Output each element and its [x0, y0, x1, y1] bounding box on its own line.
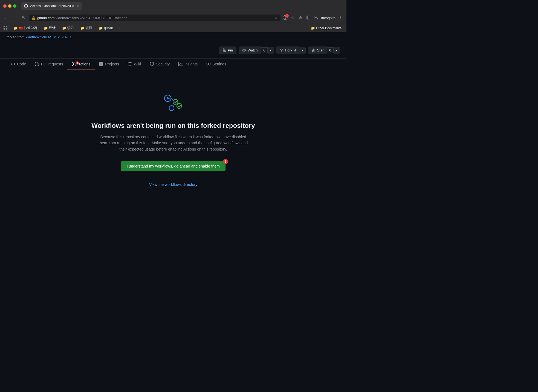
maximize-window-button[interactable] [13, 4, 16, 8]
svg-point-16 [173, 99, 178, 104]
tab-settings[interactable]: Settings [202, 59, 231, 70]
star-button[interactable]: Star [308, 47, 327, 54]
github-favicon-icon [24, 4, 28, 8]
actions-workflow-icon [162, 92, 184, 115]
watch-dropdown-button[interactable]: ▾ [268, 47, 274, 54]
enable-workflows-button[interactable]: I understand my workflows, go ahead and … [121, 161, 225, 171]
tab-projects[interactable]: Projects [95, 59, 123, 70]
incognito-icon[interactable] [313, 15, 318, 21]
browser-chrome: Actions · xiaotianxt-archive/PK × + ⌄ ← … [0, 0, 346, 32]
star-button-group: Star 0 ▾ [308, 47, 340, 54]
svg-point-7 [340, 16, 341, 16]
tab-actions-label: Actions [78, 62, 90, 66]
pin-button[interactable]: Pin [219, 47, 236, 54]
bookmark-folder-3[interactable]: 📁 学习 [60, 25, 76, 31]
svg-point-17 [177, 103, 182, 108]
tab-security[interactable]: Security [145, 59, 174, 70]
extension-icon-1[interactable]: 1 1 [283, 15, 288, 21]
eye-icon [242, 48, 246, 52]
svg-point-9 [340, 18, 341, 19]
fork-button[interactable]: Fork 4 [276, 47, 299, 54]
minimize-window-button[interactable] [8, 4, 11, 8]
tab-wiki[interactable]: Wiki [123, 59, 145, 70]
incognito-button[interactable]: Incognito [321, 16, 335, 20]
url-text: github.com/xiaotianxt-archive/PKU-SIMSO-… [37, 16, 273, 20]
url-domain: github.com [37, 16, 55, 20]
fork-label: Fork [285, 48, 292, 52]
fork-dropdown-button[interactable]: ▾ [299, 47, 306, 54]
main-description: Because this repository contained workfl… [97, 134, 250, 152]
view-workflows-link[interactable]: View the workflows directory [149, 182, 197, 187]
enable-button-container: I understand my workflows, go ahead and … [121, 161, 225, 177]
flag-icon: 🇨🇳 [19, 26, 23, 30]
extension-icon-3[interactable]: ⊕ [298, 15, 303, 21]
browser-titlebar: Actions · xiaotianxt-archive/PK × + ⌄ [0, 0, 346, 12]
tab-security-label: Security [156, 62, 170, 66]
star-icon [311, 48, 315, 52]
extension-icon-2[interactable]: ① [290, 15, 295, 21]
fork-source-link[interactable]: xiaotianxt/PKU-SIMSO-FREE [25, 35, 72, 39]
other-bookmarks-label: Other Bookmarks [316, 26, 342, 30]
star-count[interactable]: 0 [327, 47, 334, 53]
close-window-button[interactable] [3, 4, 7, 8]
tab-code[interactable]: Code [7, 59, 30, 70]
other-bookmarks[interactable]: 📁 Other Bookmarks [309, 26, 343, 31]
forward-button[interactable]: → [12, 15, 19, 22]
pin-icon [222, 48, 226, 52]
tab-settings-label: Settings [212, 62, 226, 66]
watch-button-group: Watch 0 ▾ [239, 47, 274, 54]
github-page: forked from xiaotianxt/PKU-SIMSO-FREE Pi… [0, 32, 346, 224]
bookmark-folder-5[interactable]: 📁 guitar! [97, 26, 115, 31]
svg-point-18 [169, 106, 174, 111]
svg-line-19 [171, 98, 174, 101]
pull-request-icon [35, 62, 39, 66]
star-dropdown-button[interactable]: ▾ [334, 47, 340, 54]
bookmark-label: 资源 [86, 26, 92, 30]
folder-icon: 📁 [62, 26, 66, 30]
browser-toolbar: ← → ↻ 🔒 github.com/xiaotianxt-archive/PK… [0, 12, 346, 24]
bookmark-folder-1[interactable]: 📁 🇨🇳 快速学习 [12, 25, 39, 31]
watch-count[interactable]: 0 [261, 47, 268, 53]
new-tab-button[interactable]: + [85, 3, 88, 9]
grid-icon [99, 62, 103, 66]
back-button[interactable]: ← [3, 15, 10, 22]
enable-button-label: I understand my workflows, go ahead and … [127, 164, 220, 168]
bookmarks-divider: | [119, 26, 120, 30]
bookmark-star-icon[interactable]: ☆ [274, 16, 278, 20]
svg-rect-4 [306, 16, 310, 19]
main-content: Workflows aren't being run on this forke… [0, 70, 346, 209]
sidebar-toggle-button[interactable] [306, 15, 311, 21]
gear-icon [206, 62, 211, 66]
toolbar-icons: 1 1 ① ⊕ Incognito [283, 15, 343, 21]
bookmark-label: 学习 [67, 26, 74, 30]
browser-tab[interactable]: Actions · xiaotianxt-archive/PK × [21, 2, 82, 10]
tab-insights[interactable]: Insights [174, 59, 202, 70]
apps-icon[interactable] [3, 25, 8, 31]
folder-icon: 📁 [14, 26, 18, 30]
lock-icon: 🔒 [31, 16, 36, 20]
bookmark-folder-2[interactable]: 📁 设计 [42, 25, 57, 31]
tab-pull-requests[interactable]: Pull requests [30, 59, 67, 70]
folder-icon: 📁 [80, 26, 85, 30]
address-bar[interactable]: 🔒 github.com/xiaotianxt-archive/PKU-SIMS… [29, 15, 280, 21]
star-label: Star [317, 48, 323, 52]
svg-rect-13 [6, 28, 7, 30]
shield-icon [150, 62, 154, 66]
tab-code-label: Code [17, 62, 26, 66]
tab-actions[interactable]: 1 Actions [67, 59, 95, 70]
repo-nav: Code Pull requests 1 Actions Projects Wi… [0, 59, 346, 70]
refresh-button[interactable]: ↻ [21, 14, 27, 22]
menu-button[interactable] [338, 15, 343, 21]
fork-count: 4 [294, 48, 296, 52]
tab-close-button[interactable]: × [77, 4, 79, 8]
expand-button[interactable]: ⌄ [340, 4, 343, 8]
bookmark-folder-4[interactable]: 📁 资源 [79, 25, 94, 31]
watch-button[interactable]: Watch [239, 47, 261, 54]
tab-wiki-label: Wiki [134, 62, 141, 66]
traffic-lights [3, 4, 16, 8]
tab-title: Actions · xiaotianxt-archive/PK [30, 4, 74, 8]
tab-projects-label: Projects [105, 62, 119, 66]
bookmark-label: 快速学习 [24, 26, 37, 30]
bookmark-label: guitar! [104, 26, 113, 30]
folder-icon: 📁 [311, 26, 315, 30]
